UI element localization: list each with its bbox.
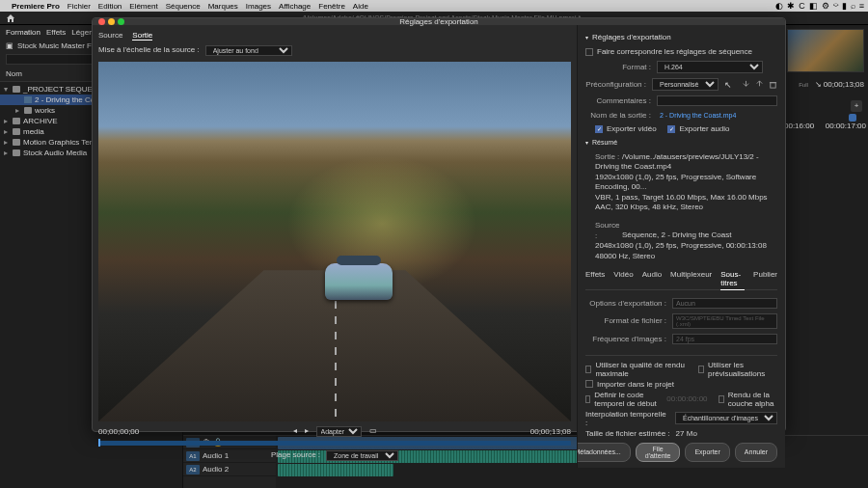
delete-preset-icon[interactable] xyxy=(769,80,777,89)
tab-captions[interactable]: Sous-titres xyxy=(720,270,745,290)
next-frame-icon[interactable]: ▸ xyxy=(305,426,309,437)
project-icon: ▣ xyxy=(6,41,14,50)
range-select[interactable]: Zone de travail xyxy=(326,450,398,461)
macos-menubar: Premiere Pro Fichier Edition Elément Séq… xyxy=(0,0,868,12)
menu-view[interactable]: Affichage xyxy=(279,2,311,11)
minimize-icon[interactable] xyxy=(108,18,115,25)
export-settings-header[interactable]: Réglages d'exportation xyxy=(585,31,777,43)
range-label: Plage source : xyxy=(271,450,320,461)
menu-file[interactable]: Fichier xyxy=(68,2,91,11)
summary-output: Sortie :/Volume../atausers/previews/JULY… xyxy=(585,150,777,216)
preset-select[interactable]: Personnalisé xyxy=(652,78,719,91)
scrub-bar[interactable] xyxy=(98,441,571,446)
add-marker-button[interactable]: + xyxy=(851,100,862,112)
menubar-status: ◐ ✱ C ◧ ⚙ ⌔ ▮ ⌕ ≡ xyxy=(775,1,864,11)
tab-multiplexer[interactable]: Multiplexeur xyxy=(670,270,712,287)
tab-video[interactable]: Vidéo xyxy=(613,270,633,287)
caption-fps-select[interactable]: 24 fps xyxy=(672,334,777,344)
car-illustration xyxy=(325,263,393,300)
caption-export-select[interactable]: Aucun xyxy=(672,298,777,309)
comments-input[interactable] xyxy=(657,95,777,106)
tc-icon: ↘ xyxy=(815,80,822,89)
status-icon[interactable]: ◧ xyxy=(809,1,818,11)
format-select[interactable]: H.264 xyxy=(657,61,763,73)
program-thumbnail xyxy=(787,29,864,72)
program-timecode: Full ↘ 00;00;13;08 xyxy=(782,76,868,93)
tab-source[interactable]: Source xyxy=(98,31,122,41)
output-filename[interactable]: 2 - Driving the Coast.mp4 xyxy=(657,111,763,120)
aspect-icon[interactable]: ▭ xyxy=(369,426,377,437)
max-quality-checkbox[interactable] xyxy=(585,366,591,373)
menu-graphics[interactable]: Images xyxy=(246,2,271,11)
use-previews-checkbox[interactable] xyxy=(698,366,704,373)
menu-sequence[interactable]: Séquence xyxy=(166,2,201,11)
scale-select[interactable]: Ajuster au fond xyxy=(205,45,292,56)
export-tabs: Effets Vidéo Audio Multiplexeur Sous-tit… xyxy=(585,270,777,290)
status-icon[interactable]: ◐ xyxy=(775,1,783,11)
start-tc-checkbox[interactable] xyxy=(585,395,590,403)
interpolation-select[interactable]: Échantillonneur d'images xyxy=(675,412,777,424)
queue-button[interactable]: File d'attente xyxy=(636,443,681,462)
import-project-checkbox[interactable] xyxy=(585,380,593,388)
filesize-value: 27 Mo xyxy=(676,429,697,438)
dialog-title: Réglages d'exportation xyxy=(399,17,478,26)
scale-label: Mise à l'échelle de la source : xyxy=(98,45,200,56)
timeline-ruler: 00:16:0000:00:17:00 xyxy=(784,122,866,130)
tab-output[interactable]: Sortie xyxy=(132,31,152,41)
menu-clip[interactable]: Elément xyxy=(129,2,157,11)
battery-icon[interactable]: ▮ xyxy=(842,1,847,11)
status-icon[interactable]: ⚙ xyxy=(822,1,829,11)
match-sequence-checkbox[interactable] xyxy=(585,48,593,56)
summary-source: Source :Séquence, 2 - Driving the Coast … xyxy=(585,219,777,265)
export-video-checkbox[interactable] xyxy=(595,125,603,133)
cancel-button[interactable]: Annuler xyxy=(735,443,777,462)
export-button[interactable]: Exporter xyxy=(685,443,729,462)
alpha-checkbox[interactable] xyxy=(719,395,723,403)
menu-edit[interactable]: Edition xyxy=(98,2,122,11)
tab-learning[interactable]: Formation xyxy=(6,28,41,37)
tab-publish[interactable]: Publier xyxy=(753,270,777,287)
zoom-icon[interactable] xyxy=(118,18,124,25)
program-monitor: Full ↘ 00;00;13;08 + 00:16:0000:00:17:00 xyxy=(781,25,868,488)
home-icon[interactable] xyxy=(6,14,15,23)
wifi-icon[interactable]: ⌔ xyxy=(833,1,838,11)
out-point-tc[interactable]: 00;00;13;08 xyxy=(530,427,571,436)
tab-effects[interactable]: Effets xyxy=(585,270,605,287)
status-icon[interactable]: ✱ xyxy=(787,1,795,11)
search-icon[interactable]: ⌕ xyxy=(851,1,855,11)
export-audio-checkbox[interactable] xyxy=(667,125,675,133)
export-dialog: Réglages d'exportation Source Sortie Mis… xyxy=(92,17,786,432)
save-preset-icon[interactable] xyxy=(742,80,750,89)
cursor-icon: ↖ xyxy=(724,80,732,90)
menu-help[interactable]: Aide xyxy=(353,2,368,11)
menu-window[interactable]: Fenêtre xyxy=(318,2,345,11)
fit-select[interactable]: Adapter xyxy=(316,426,362,437)
close-icon[interactable] xyxy=(98,18,105,25)
timeline-marker[interactable] xyxy=(849,114,856,122)
prev-frame-icon[interactable]: ◂ xyxy=(293,426,297,437)
dialog-titlebar[interactable]: Réglages d'exportation xyxy=(93,18,785,25)
summary-header[interactable]: Résumé xyxy=(585,137,777,148)
import-preset-icon[interactable] xyxy=(755,80,764,89)
svg-rect-0 xyxy=(771,83,775,88)
metadata-button[interactable]: Métadonnées... xyxy=(577,443,631,462)
tab-audio[interactable]: Audio xyxy=(642,270,662,287)
in-point-tc[interactable]: 00;00;00;00 xyxy=(98,427,139,436)
tab-effects[interactable]: Effets xyxy=(46,28,66,37)
control-center-icon[interactable]: ≡ xyxy=(859,1,864,11)
status-icon[interactable]: C xyxy=(799,1,805,11)
menu-markers[interactable]: Marques xyxy=(208,2,238,11)
export-preview[interactable] xyxy=(98,62,571,421)
caption-format-select[interactable]: W3C/SMPTE/EBU Timed Text File (.xml) xyxy=(672,313,777,329)
app-name[interactable]: Premiere Pro xyxy=(12,2,60,11)
